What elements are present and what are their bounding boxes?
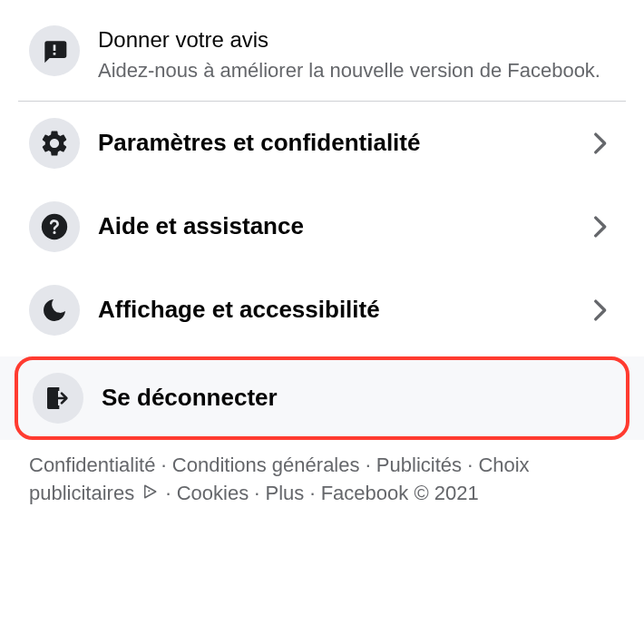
feedback-subtitle: Aidez-nous à améliorer la nouvelle versi… (98, 57, 615, 84)
svg-rect-0 (54, 44, 56, 51)
adchoices-icon (141, 480, 158, 508)
feedback-title: Donner votre avis (98, 25, 615, 54)
footer-ads[interactable]: Publicités (376, 454, 462, 476)
help-icon (29, 201, 80, 252)
chevron-right-icon (584, 128, 615, 159)
help-label: Aide et assistance (98, 212, 566, 240)
settings-label: Paramètres et confidentialité (98, 129, 566, 157)
footer-cookies[interactable]: Cookies (177, 482, 249, 504)
svg-point-6 (149, 491, 151, 493)
settings-privacy-item[interactable]: Paramètres et confidentialité (0, 102, 644, 185)
logout-highlight: Se déconnecter (15, 356, 629, 440)
footer-terms[interactable]: Conditions générales (172, 454, 360, 476)
display-accessibility-item[interactable]: Affichage et accessibilité (0, 268, 644, 352)
footer-copyright: Facebook © 2021 (321, 482, 479, 504)
footer-more[interactable]: Plus (266, 482, 305, 504)
gear-icon (29, 118, 80, 169)
logout-item[interactable]: Se déconnecter (18, 360, 626, 436)
logout-icon (33, 373, 83, 424)
help-support-item[interactable]: Aide et assistance (0, 185, 644, 268)
feedback-icon (29, 25, 80, 76)
display-label: Affichage et accessibilité (98, 296, 566, 324)
footer: Confidentialité · Conditions générales ·… (0, 444, 644, 515)
chevron-right-icon (584, 211, 615, 242)
svg-rect-1 (54, 53, 56, 55)
feedback-item[interactable]: Donner votre avis Aidez-nous à améliorer… (0, 9, 644, 101)
chevron-right-icon (584, 295, 615, 326)
logout-label: Se déconnecter (102, 384, 611, 412)
footer-privacy[interactable]: Confidentialité (29, 454, 155, 476)
moon-icon (29, 285, 80, 336)
svg-point-3 (53, 231, 55, 234)
